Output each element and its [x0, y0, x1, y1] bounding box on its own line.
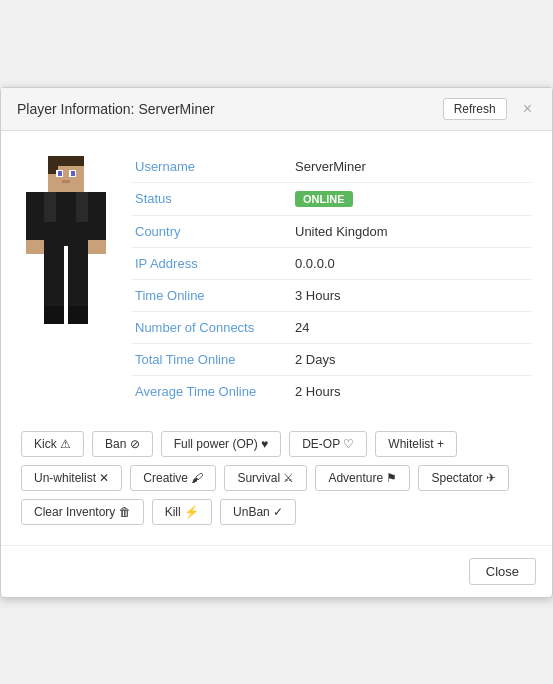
fullpower-button[interactable]: Full power (OP) ♥ — [161, 431, 281, 457]
ip-label: IP Address — [131, 247, 291, 279]
avg-time-value: 2 Hours — [291, 375, 532, 407]
svg-rect-11 — [76, 192, 88, 222]
time-online-value: 3 Hours — [291, 279, 532, 311]
creative-button[interactable]: Creative 🖌 — [130, 465, 216, 491]
status-badge: ONLINE — [295, 191, 353, 207]
country-label: Country — [131, 215, 291, 247]
username-row: Username ServerMiner — [131, 151, 532, 183]
svg-rect-17 — [68, 246, 88, 306]
actions-section: Kick ⚠Ban ⊘Full power (OP) ♥DE-OP ♡White… — [21, 431, 532, 525]
modal-header: Player Information: ServerMiner Refresh … — [1, 88, 552, 131]
svg-rect-14 — [26, 240, 44, 254]
username-label: Username — [131, 151, 291, 183]
svg-rect-19 — [68, 306, 88, 324]
avg-time-row: Average Time Online 2 Hours — [131, 375, 532, 407]
spectator-button[interactable]: Spectator ✈ — [418, 465, 509, 491]
close-button[interactable]: Close — [469, 558, 536, 585]
connects-row: Number of Connects 24 — [131, 311, 532, 343]
whitelist-button[interactable]: Whitelist + — [375, 431, 457, 457]
svg-rect-18 — [44, 306, 64, 324]
svg-rect-6 — [71, 171, 75, 176]
svg-rect-12 — [26, 192, 44, 240]
svg-rect-13 — [88, 192, 106, 240]
player-info-modal: Player Information: ServerMiner Refresh … — [0, 87, 553, 598]
connects-value: 24 — [291, 311, 532, 343]
time-online-row: Time Online 3 Hours — [131, 279, 532, 311]
modal-title: Player Information: ServerMiner — [17, 101, 431, 117]
player-avatar — [21, 151, 111, 331]
ban-button[interactable]: Ban ⊘ — [92, 431, 153, 457]
ip-row: IP Address 0.0.0.0 — [131, 247, 532, 279]
survival-button[interactable]: Survival ⚔ — [224, 465, 307, 491]
refresh-button[interactable]: Refresh — [443, 98, 507, 120]
svg-rect-16 — [44, 246, 64, 306]
svg-rect-15 — [88, 240, 106, 254]
avg-time-label: Average Time Online — [131, 375, 291, 407]
connects-label: Number of Connects — [131, 311, 291, 343]
username-value: ServerMiner — [291, 151, 532, 183]
time-online-label: Time Online — [131, 279, 291, 311]
player-info-section: Username ServerMiner Status ONLINE Count… — [21, 151, 532, 407]
modal-footer: Close — [1, 545, 552, 597]
adventure-button[interactable]: Adventure ⚑ — [315, 465, 410, 491]
unban-button[interactable]: UnBan ✓ — [220, 499, 296, 525]
close-x-button[interactable]: × — [519, 101, 536, 117]
player-info-table: Username ServerMiner Status ONLINE Count… — [131, 151, 532, 407]
deop-button[interactable]: DE-OP ♡ — [289, 431, 367, 457]
kill-button[interactable]: Kill ⚡ — [152, 499, 212, 525]
status-label: Status — [131, 182, 291, 215]
modal-body: Username ServerMiner Status ONLINE Count… — [1, 131, 552, 545]
status-row: Status ONLINE — [131, 182, 532, 215]
ip-value: 0.0.0.0 — [291, 247, 532, 279]
svg-rect-10 — [44, 192, 56, 222]
country-value: United Kingdom — [291, 215, 532, 247]
unwhitelist-button[interactable]: Un-whitelist ✕ — [21, 465, 122, 491]
clearinventory-button[interactable]: Clear Inventory 🗑 — [21, 499, 144, 525]
kick-button[interactable]: Kick ⚠ — [21, 431, 84, 457]
total-time-value: 2 Days — [291, 343, 532, 375]
country-row: Country United Kingdom — [131, 215, 532, 247]
svg-rect-7 — [62, 180, 70, 183]
total-time-row: Total Time Online 2 Days — [131, 343, 532, 375]
svg-rect-5 — [58, 171, 62, 176]
total-time-label: Total Time Online — [131, 343, 291, 375]
